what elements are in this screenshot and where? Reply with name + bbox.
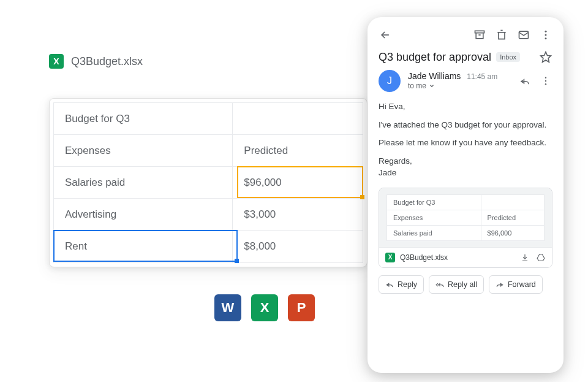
- spreadsheet-card: Budget for Q3 Expenses Predicted Salarie…: [49, 98, 368, 267]
- email-subject: Q3 budget for approval Inbox: [379, 51, 520, 64]
- cell-a3[interactable]: Salaries paid: [54, 167, 233, 198]
- delete-icon[interactable]: [495, 28, 508, 42]
- reply-icon[interactable]: [518, 74, 532, 88]
- save-to-drive-icon[interactable]: [536, 253, 546, 262]
- body-paragraph: Hi Eva,: [379, 101, 552, 113]
- chevron-down-icon[interactable]: [429, 83, 435, 89]
- body-paragraph: I've attached the Q3 budget for your app…: [379, 119, 552, 131]
- reply-button-label: Reply: [398, 280, 417, 289]
- svg-point-4: [545, 37, 547, 39]
- sheet-row: Budget for Q3: [54, 103, 363, 135]
- excel-file-icon: X: [49, 54, 64, 69]
- mail-icon[interactable]: [517, 28, 530, 42]
- sender-text-block: Jade Williams 11:45 am to me: [408, 71, 511, 90]
- sheet-row: Salaries paid $96,000: [54, 167, 363, 199]
- preview-cell: $96,000: [481, 226, 544, 240]
- spreadsheet-grid[interactable]: Budget for Q3 Expenses Predicted Salarie…: [53, 102, 363, 263]
- forward-button-label: Forward: [508, 280, 536, 289]
- svg-marker-9: [537, 254, 545, 261]
- forward-button[interactable]: Forward: [489, 275, 543, 294]
- reply-all-button[interactable]: Reply all: [429, 275, 484, 294]
- email-body: Hi Eva, I've attached the Q3 budget for …: [379, 101, 552, 179]
- powerpoint-icon: P: [288, 294, 315, 321]
- svg-point-2: [545, 31, 547, 32]
- spreadsheet-file-name: Q3Budget.xlsx: [71, 55, 143, 68]
- body-paragraph: Please let me know if you have any feedb…: [379, 137, 552, 149]
- preview-cell: Predicted: [481, 210, 544, 225]
- office-app-icons: W X P: [214, 294, 315, 321]
- attachment-preview-sheet: Budget for Q3 Expenses Predicted Salarie…: [386, 194, 545, 241]
- message-more-icon[interactable]: [539, 74, 552, 88]
- attachment-preview: Budget for Q3 Expenses Predicted Salarie…: [379, 188, 552, 247]
- email-topbar: [379, 28, 552, 42]
- cell-b1[interactable]: [233, 103, 363, 134]
- email-subject-text: Q3 budget for approval: [379, 51, 491, 64]
- download-icon[interactable]: [520, 253, 530, 262]
- attachment-card[interactable]: Budget for Q3 Expenses Predicted Salarie…: [379, 188, 552, 268]
- svg-rect-0: [475, 31, 484, 32]
- preview-cell: [481, 195, 544, 210]
- attachment-footer: X Q3Budget.xlsx: [379, 247, 552, 267]
- more-icon[interactable]: [539, 28, 552, 42]
- sheet-row: Advertising $3,000: [54, 199, 363, 231]
- cell-a2[interactable]: Expenses: [54, 135, 233, 166]
- reply-all-button-label: Reply all: [448, 280, 477, 289]
- excel-icon: X: [251, 294, 278, 321]
- star-icon[interactable]: [539, 50, 552, 64]
- cell-a5[interactable]: Rent: [54, 231, 233, 262]
- cell-a4[interactable]: Advertising: [54, 199, 233, 230]
- inbox-label-chip[interactable]: Inbox: [496, 52, 520, 62]
- subject-row: Q3 budget for approval Inbox: [379, 50, 552, 64]
- excel-mini-icon: X: [385, 253, 395, 262]
- back-icon[interactable]: [379, 28, 392, 42]
- svg-point-3: [545, 34, 547, 36]
- cell-b5[interactable]: $8,000: [233, 231, 363, 262]
- preview-cell: Expenses: [387, 210, 481, 225]
- reply-button[interactable]: Reply: [379, 275, 424, 294]
- body-paragraph: Jade: [379, 167, 552, 179]
- sheet-row: Expenses Predicted: [54, 135, 363, 167]
- cell-a1[interactable]: Budget for Q3: [54, 103, 233, 134]
- sheet-row: Rent $8,000: [54, 231, 363, 262]
- sender-name: Jade Williams: [408, 71, 461, 81]
- cell-b3[interactable]: $96,000: [233, 167, 363, 198]
- cell-b4[interactable]: $3,000: [233, 199, 363, 230]
- preview-cell: Budget for Q3: [387, 195, 481, 210]
- svg-point-8: [545, 83, 546, 85]
- sender-row: J Jade Williams 11:45 am to me: [379, 70, 552, 92]
- sender-avatar[interactable]: J: [379, 70, 401, 92]
- spreadsheet-file-header: X Q3Budget.xlsx: [49, 54, 143, 69]
- body-paragraph: Regards,: [379, 155, 552, 167]
- phone-frame: Q3 budget for approval Inbox J Jade Will…: [368, 17, 564, 373]
- word-icon: W: [214, 294, 241, 321]
- preview-cell: Salaries paid: [387, 226, 481, 240]
- email-time: 11:45 am: [467, 72, 497, 81]
- svg-point-7: [545, 80, 546, 82]
- svg-marker-5: [541, 52, 551, 63]
- svg-point-6: [545, 77, 546, 78]
- reply-action-row: Reply Reply all Forward: [379, 275, 552, 294]
- recipient-line[interactable]: to me: [408, 82, 426, 90]
- archive-icon[interactable]: [473, 28, 486, 42]
- cell-b2[interactable]: Predicted: [233, 135, 363, 166]
- attachment-filename: Q3Budget.xlsx: [400, 253, 448, 262]
